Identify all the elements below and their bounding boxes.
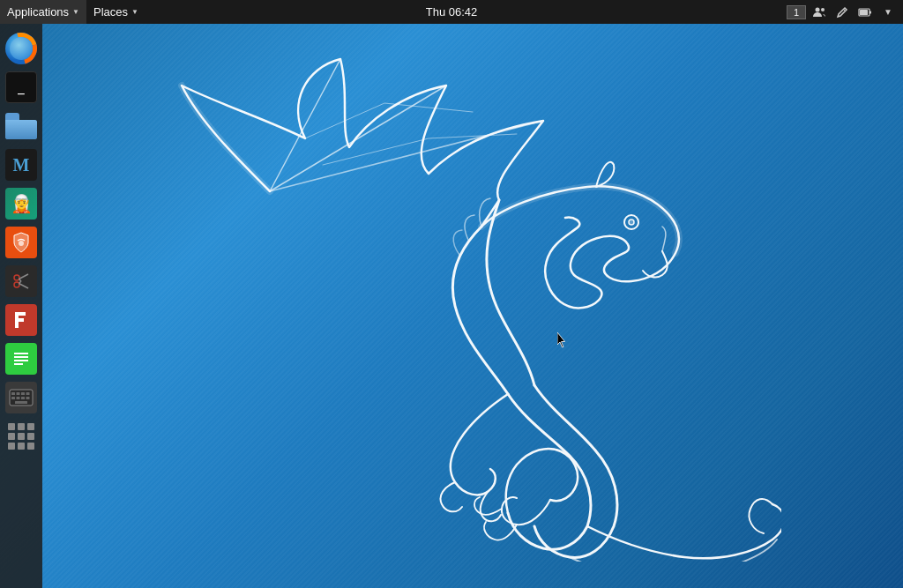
battery-tray-icon[interactable] [855, 3, 875, 22]
files-icon [5, 113, 37, 139]
burpsuite-icon [5, 227, 37, 258]
keyboard-icon [5, 382, 37, 413]
sidebar-item-files[interactable] [4, 108, 39, 144]
svg-rect-13 [15, 312, 26, 316]
metasploit-icon: M [5, 149, 37, 181]
grid-dot-8 [18, 443, 25, 450]
grid-dot-6 [27, 433, 34, 440]
firefox-icon [5, 33, 37, 64]
powtoon-icon [5, 304, 37, 336]
sidebar-item-firefox[interactable] [4, 31, 39, 66]
burpsuite-logo [10, 231, 33, 254]
battery-icon [858, 5, 872, 19]
workspace-indicator[interactable]: 1 [787, 5, 806, 19]
panel-left: Applications ▼ Places ▼ [0, 0, 787, 24]
sidebar-item-burpsuite[interactable] [4, 225, 39, 260]
powtoon-logo [11, 309, 32, 331]
svg-rect-21 [17, 392, 20, 395]
svg-point-0 [816, 7, 820, 11]
sidebar-item-keyboard[interactable] [4, 380, 39, 415]
applications-arrow-icon: ▼ [72, 8, 79, 16]
terminal-icon: _ [5, 71, 37, 103]
pen-tray-icon[interactable] [832, 3, 852, 22]
places-menu[interactable]: Places ▼ [86, 0, 146, 24]
apps-icon [5, 421, 37, 452]
sidebar-item-writer[interactable] [4, 341, 39, 376]
character-icon: 🧝 [5, 188, 37, 220]
grid-dot-5 [18, 433, 25, 440]
svg-rect-23 [26, 392, 30, 395]
scissors-icon [11, 271, 32, 292]
kali-dragon [164, 50, 781, 562]
svg-rect-14 [15, 318, 24, 322]
dragon-container [42, 24, 903, 588]
panel-right: 1 [787, 3, 903, 22]
sidebar-item-character[interactable]: 🧝 [4, 186, 39, 221]
sidebar-item-apps[interactable] [4, 419, 39, 454]
svg-rect-15 [14, 353, 28, 354]
workspace-number: 1 [794, 7, 799, 18]
top-panel: Applications ▼ Places ▼ Thu 06:42 1 [0, 0, 903, 24]
svg-line-11 [19, 281, 22, 284]
grid-dot-4 [8, 433, 15, 440]
svg-rect-27 [26, 397, 30, 399]
clock: Thu 06:42 [426, 5, 478, 19]
places-arrow-icon: ▼ [131, 8, 138, 16]
svg-rect-16 [14, 356, 28, 358]
cutycapt-icon [5, 265, 37, 297]
sidebar-dock: _ M 🧝 [0, 24, 42, 588]
svg-rect-26 [21, 397, 25, 399]
pen-icon [836, 6, 848, 19]
clock-label: Thu 06:42 [426, 5, 478, 19]
sidebar-item-powtoon[interactable] [4, 302, 39, 338]
sidebar-item-cutycapt[interactable] [4, 264, 39, 299]
svg-point-5 [19, 241, 24, 246]
grid-dot-3 [27, 423, 34, 430]
svg-rect-20 [11, 392, 15, 395]
applications-label: Applications [7, 5, 69, 19]
svg-rect-25 [17, 397, 20, 399]
grid-dot-2 [18, 423, 25, 430]
svg-point-30 [629, 220, 634, 225]
svg-line-8 [19, 274, 29, 279]
svg-line-9 [19, 284, 29, 289]
svg-rect-3 [869, 11, 871, 13]
apps-grid [8, 423, 34, 450]
grid-dot-9 [27, 443, 34, 450]
people-icon [812, 5, 826, 19]
applications-menu[interactable]: Applications ▼ [0, 0, 86, 24]
desktop: Applications ▼ Places ▼ Thu 06:42 1 [0, 0, 903, 588]
svg-rect-4 [860, 10, 868, 15]
grid-dot-7 [8, 443, 15, 450]
dropdown-arrow-icon: ▼ [884, 7, 892, 17]
sidebar-item-terminal[interactable]: _ [4, 70, 39, 105]
svg-rect-17 [14, 360, 28, 361]
svg-rect-18 [14, 363, 23, 365]
people-tray-icon[interactable] [810, 3, 829, 22]
svg-point-1 [821, 8, 825, 11]
keyboard-logo [9, 389, 34, 406]
svg-rect-22 [21, 392, 25, 395]
writer-logo [11, 349, 31, 368]
grid-dot-1 [8, 423, 15, 430]
writer-icon [5, 343, 37, 375]
places-label: Places [93, 5, 128, 19]
svg-rect-24 [11, 397, 15, 399]
dropdown-tray-icon[interactable]: ▼ [878, 3, 898, 22]
svg-rect-28 [15, 401, 27, 404]
sidebar-item-metasploit[interactable]: M [4, 147, 39, 182]
